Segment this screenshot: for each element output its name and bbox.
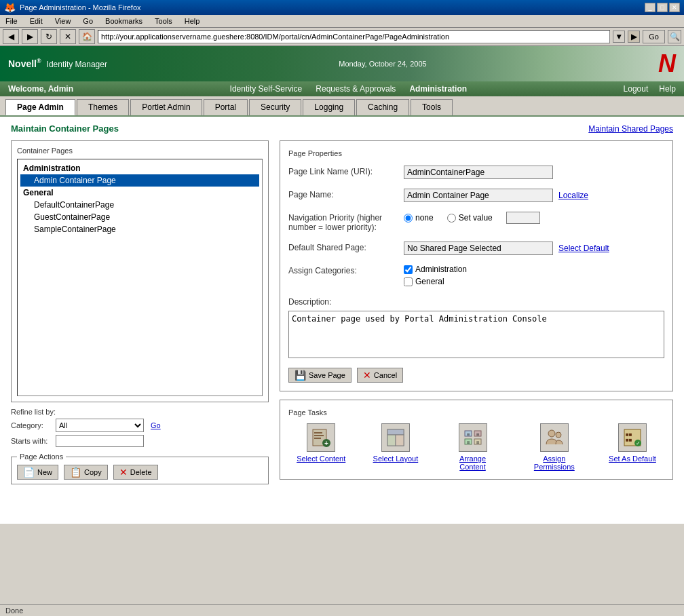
menu-bookmarks[interactable]: Bookmarks xyxy=(102,16,145,26)
shared-page-select[interactable] xyxy=(404,242,553,255)
page-tasks-title: Page Tasks xyxy=(288,408,664,417)
set-as-default-label[interactable]: Set As Default xyxy=(609,455,656,463)
nav-administration[interactable]: Administration xyxy=(409,84,467,94)
address-bar: ▼ ▶ Go xyxy=(98,30,665,43)
tab-logging[interactable]: Logging xyxy=(303,99,355,115)
firefox-icon: 🦊 xyxy=(4,2,16,13)
save-cancel-row: 💾 Save Page ✕ Cancel xyxy=(288,368,664,383)
select-content-label[interactable]: Select Content xyxy=(297,455,345,463)
svg-rect-7 xyxy=(387,429,404,435)
tree-item-guest[interactable]: GuestContainerPage xyxy=(20,211,259,223)
description-textarea[interactable]: Container page used by Portal Administra… xyxy=(288,311,664,358)
tree-item-default[interactable]: DefaultContainerPage xyxy=(20,199,259,211)
back-button[interactable]: ◀ xyxy=(3,29,19,44)
radio-none-option[interactable]: none xyxy=(404,213,434,223)
category-general-row[interactable]: General xyxy=(404,277,664,286)
tab-tools[interactable]: Tools xyxy=(411,99,453,115)
pages-tree[interactable]: Administration Admin Container Page Gene… xyxy=(17,159,263,396)
category-admin-label: Administration xyxy=(415,265,467,274)
starts-with-input[interactable] xyxy=(56,435,144,447)
save-page-button[interactable]: 💾 Save Page xyxy=(288,368,352,383)
cancel-button[interactable]: ✕ Cancel xyxy=(357,368,403,383)
main-content: Maintain Container Pages Maintain Shared… xyxy=(0,117,684,524)
tree-item-admin-container[interactable]: Admin Container Page xyxy=(20,174,259,187)
arrange-content-icon: ≡ ≡ ≡ ≡ xyxy=(459,423,487,452)
minimize-button[interactable]: _ xyxy=(645,3,656,12)
menu-tools[interactable]: Tools xyxy=(152,16,175,26)
right-panel: Page Properties Page Link Name (URI): Pa… xyxy=(280,140,673,484)
new-button[interactable]: 📄 New xyxy=(17,465,58,480)
menu-go[interactable]: Go xyxy=(80,16,96,26)
nav-priority-value-area: none Set value xyxy=(404,212,664,224)
tab-portlet-admin[interactable]: Portlet Admin xyxy=(130,99,202,115)
home-button[interactable]: 🏠 xyxy=(79,29,95,44)
go-link[interactable]: Go xyxy=(151,421,161,429)
task-arrange-content[interactable]: ≡ ≡ ≡ ≡ Arrange Content xyxy=(446,423,500,471)
page-properties-box: Page Properties Page Link Name (URI): Pa… xyxy=(280,140,673,391)
maintain-container-title: Maintain Container Pages xyxy=(11,123,119,134)
set-value-input[interactable] xyxy=(506,212,540,224)
select-layout-label[interactable]: Select Layout xyxy=(373,455,419,463)
svg-rect-1 xyxy=(314,432,322,434)
arrange-content-label[interactable]: Arrange Content xyxy=(446,455,500,471)
page-link-name-input[interactable] xyxy=(404,166,553,179)
close-button[interactable]: ✕ xyxy=(669,3,680,12)
tab-themes[interactable]: Themes xyxy=(77,99,129,115)
nav-requests-approvals[interactable]: Requests & Approvals xyxy=(316,84,396,94)
tab-portal[interactable]: Portal xyxy=(204,99,248,115)
assign-permissions-icon xyxy=(540,423,569,452)
window-controls[interactable]: _ □ ✕ xyxy=(645,3,680,12)
svg-point-18 xyxy=(548,430,555,437)
select-default-link[interactable]: Select Default xyxy=(558,244,609,253)
category-select[interactable]: All xyxy=(56,419,144,432)
maintain-shared-pages-link[interactable]: Maintain Shared Pages xyxy=(588,124,673,134)
task-assign-permissions[interactable]: Assign Permissions xyxy=(527,423,582,471)
select-layout-icon xyxy=(381,423,410,452)
page-link-name-value-area xyxy=(404,166,664,179)
delete-button[interactable]: ✕ Delete xyxy=(113,465,158,480)
nav-help[interactable]: Help xyxy=(659,84,676,94)
category-admin-row[interactable]: Administration xyxy=(404,265,664,274)
radio-none-input[interactable] xyxy=(404,214,413,223)
menu-view[interactable]: View xyxy=(52,16,74,26)
dropdown-button[interactable]: ▼ xyxy=(613,31,625,43)
menu-help[interactable]: Help xyxy=(182,16,203,26)
starts-with-label: Starts with: xyxy=(11,437,52,445)
task-select-layout[interactable]: Select Layout xyxy=(373,423,419,471)
browser-toolbar: ◀ ▶ ↻ ✕ 🏠 ▼ ▶ Go 🔍 xyxy=(0,28,684,46)
menu-edit[interactable]: Edit xyxy=(27,16,45,26)
shared-page-field: Select Default xyxy=(404,242,664,255)
categories-value-area: Administration General xyxy=(404,265,664,286)
go-icon[interactable]: ▶ xyxy=(628,31,640,43)
cancel-icon: ✕ xyxy=(363,370,371,381)
menu-file[interactable]: File xyxy=(3,16,20,26)
category-admin-checkbox[interactable] xyxy=(404,265,413,274)
assign-permissions-label[interactable]: Assign Permissions xyxy=(527,455,582,471)
copy-icon: 📋 xyxy=(70,467,81,478)
task-select-content[interactable]: + Select Content xyxy=(297,423,345,471)
svg-rect-2 xyxy=(314,435,324,436)
category-row: Category: All Go xyxy=(11,419,269,432)
tab-security[interactable]: Security xyxy=(249,99,301,115)
nav-logout[interactable]: Logout xyxy=(624,84,649,94)
svg-rect-9 xyxy=(396,435,404,446)
tab-page-admin[interactable]: Page Admin xyxy=(5,99,75,115)
forward-button[interactable]: ▶ xyxy=(22,29,38,44)
page-tasks-box: Page Tasks + xyxy=(280,400,673,480)
stop-button[interactable]: ✕ xyxy=(60,29,76,44)
go-button[interactable]: Go xyxy=(643,30,665,43)
radio-set-value-option[interactable]: Set value xyxy=(447,213,493,223)
task-set-as-default[interactable]: ■■ ■■ ✓ Set As Default xyxy=(609,423,656,471)
localize-link[interactable]: Localize xyxy=(558,191,588,200)
nav-identity-self-service[interactable]: Identity Self-Service xyxy=(230,84,303,94)
maximize-button[interactable]: □ xyxy=(657,3,668,12)
reload-button[interactable]: ↻ xyxy=(41,29,57,44)
tree-item-sample[interactable]: SampleContainerPage xyxy=(20,223,259,235)
copy-button[interactable]: 📋 Copy xyxy=(64,465,108,480)
url-input[interactable] xyxy=(98,30,610,43)
category-general-checkbox[interactable] xyxy=(404,277,413,286)
nav-actions: Logout Help xyxy=(624,84,676,94)
tab-caching[interactable]: Caching xyxy=(356,99,409,115)
radio-set-value-input[interactable] xyxy=(447,214,456,223)
page-name-input[interactable] xyxy=(404,189,553,202)
